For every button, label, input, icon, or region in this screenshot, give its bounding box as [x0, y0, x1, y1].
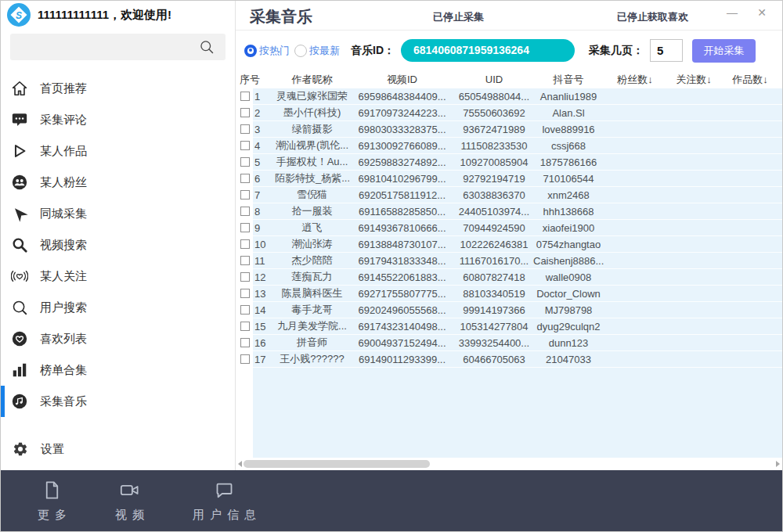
table-row[interactable]: 2 墨小仟(科技) 69170973244223... 75550603692 … — [236, 105, 782, 121]
table-row[interactable]: 3 绿箭摄影 69803033328375... 93672471989 lov… — [236, 121, 782, 138]
sidebar-item-settings[interactable]: 设置 — [1, 434, 235, 464]
sidebar-item[interactable]: 同城采集 — [1, 198, 235, 229]
close-button[interactable]: ✕ — [752, 3, 771, 22]
sidebar-item[interactable]: 视频搜索 — [1, 229, 235, 261]
column-header-douyin-id: 抖音号 — [533, 73, 604, 87]
row-checkbox[interactable] — [240, 141, 250, 150]
sidebar-item[interactable]: 采集评论 — [1, 104, 235, 135]
cell-video-id: 69170973244223... — [349, 107, 455, 119]
welcome-text: 111111111111，欢迎使用! — [38, 8, 171, 23]
content-row: S 111111111111，欢迎使用! 首页推荐 — [1, 1, 782, 470]
table-row[interactable]: 16 拼音师 69004937152494... 33993254400... … — [236, 335, 782, 351]
sidebar-item[interactable]: 榜单合集 — [1, 354, 235, 386]
cell-douyin-id: dyug29culqn2 — [533, 321, 604, 332]
start-collect-button[interactable]: 开始采集 — [692, 39, 756, 63]
bottom-bar-item[interactable]: 用户信息 — [187, 480, 262, 523]
sidebar-search-input[interactable] — [16, 34, 197, 60]
cell-index: 1 — [254, 91, 275, 102]
cell-uid: 92792194719 — [455, 173, 533, 185]
table-row[interactable]: 7 雪倪猫 69205175811912... 63038836370 xnm2… — [236, 187, 782, 203]
page-title: 采集音乐 — [250, 6, 312, 27]
main-panel: 采集音乐 已停止采集 已停止获取喜欢 — ✕ 按热门 按最新 音乐ID： 681… — [236, 1, 782, 470]
sidebar-item-label: 首页推荐 — [40, 81, 87, 96]
search-icon[interactable] — [199, 39, 215, 55]
music-id-input[interactable]: 6814060871959136264 — [401, 39, 575, 62]
row-checkbox[interactable] — [240, 124, 250, 134]
table-row[interactable]: 9 逍飞 69149367810666... 70944924590 xiaof… — [236, 220, 782, 236]
column-header-fans-sort[interactable]: 粉丝数↓ — [604, 73, 666, 87]
collect-status-text: 已停止采集 — [433, 10, 503, 24]
cell-uid: 105314277804 — [455, 321, 533, 332]
bottom-bar-item-label: 视频 — [110, 508, 150, 523]
row-checkbox[interactable] — [240, 190, 250, 200]
row-checkbox[interactable] — [240, 272, 250, 282]
row-checkbox[interactable] — [240, 108, 250, 117]
table-row[interactable]: 4 潮汕视界(凯伦... 69130092766089... 111508233… — [236, 138, 782, 154]
table-row[interactable]: 11 杰少陪陪 69179431833348... 11167016170...… — [236, 253, 782, 269]
cell-author: 潮汕张涛 — [275, 237, 349, 251]
table-row[interactable]: 12 莲痴瓦力 69145522061883... 60807827418 wa… — [236, 269, 782, 286]
sidebar-item[interactable]: 某人作品 — [1, 135, 235, 167]
sidebar-item[interactable]: 喜欢列表 — [1, 323, 235, 354]
table-row[interactable]: 5 手握权杖！Au... 69259883274892... 109270085… — [236, 154, 782, 171]
row-checkbox[interactable] — [240, 207, 250, 216]
column-header-follows-sort[interactable]: 关注数↓ — [666, 73, 721, 87]
cell-video-id: 69149367810666... — [349, 222, 455, 234]
column-header-author: 作者昵称 — [275, 73, 349, 87]
row-checkbox[interactable] — [240, 223, 250, 232]
cell-douyin-id: walle0908 — [533, 271, 604, 283]
table-row[interactable]: 1 灵魂已嫁张国荣 69598648384409... 65054988044.… — [236, 88, 782, 105]
scroll-right-arrow-icon[interactable] — [776, 461, 780, 467]
cell-video-id: 69174323140498... — [349, 321, 455, 332]
row-checkbox[interactable] — [240, 239, 250, 249]
row-checkbox[interactable] — [240, 354, 250, 364]
sidebar-item[interactable]: 用户搜索 — [1, 292, 235, 323]
bottom-bar-item[interactable]: 视频 — [110, 480, 150, 523]
scroll-left-arrow-icon[interactable] — [238, 461, 242, 467]
app-window: S 111111111111，欢迎使用! 首页推荐 — [0, 0, 783, 532]
row-checkbox[interactable] — [240, 157, 250, 167]
cell-author: 逍飞 — [275, 221, 349, 235]
sidebar-item[interactable]: 某人关注 — [1, 261, 235, 292]
cell-douyin-id: Ananliu1989 — [533, 91, 604, 102]
row-checkbox[interactable] — [240, 338, 250, 347]
table-row[interactable]: 6 陌影特技_杨紫... 69810410296799... 927921947… — [236, 171, 782, 187]
row-checkbox[interactable] — [240, 174, 250, 183]
row-checkbox[interactable] — [240, 92, 250, 101]
svg-text:S: S — [16, 10, 22, 21]
radio-by-hot[interactable] — [244, 45, 257, 57]
settings-label: 设置 — [41, 442, 64, 457]
sidebar-item[interactable]: 采集音乐 — [1, 386, 235, 417]
table-row[interactable]: 14 毒手龙哥 69202496055568... 99914197366 MJ… — [236, 302, 782, 318]
home-icon — [11, 80, 28, 97]
sidebar-item[interactable]: 某人粉丝 — [1, 167, 235, 198]
sidebar-item[interactable]: 首页推荐 — [1, 73, 235, 104]
bottom-bar-item-label: 更多 — [32, 508, 72, 523]
music-id-label: 音乐ID： — [351, 44, 395, 58]
sidebar-item-label: 喜欢列表 — [40, 332, 87, 347]
table-row[interactable]: 17 王小贱?????? 69149011293399... 604667050… — [236, 351, 782, 368]
cell-douyin-id: dunn123 — [533, 337, 604, 349]
table-row[interactable]: 8 拾一服装 69116588285850... 24405103974... … — [236, 203, 782, 220]
minimize-button[interactable]: — — [723, 3, 742, 22]
bottom-bar-item[interactable]: 更多 — [32, 480, 72, 523]
column-header-index: 序号 — [236, 73, 275, 87]
heart-icon — [11, 330, 28, 347]
column-header-works-sort[interactable]: 作品数↓ — [721, 73, 779, 87]
radio-by-newest-label[interactable]: 按最新 — [309, 44, 340, 58]
row-checkbox[interactable] — [240, 256, 250, 265]
pages-label: 采集几页： — [589, 44, 644, 58]
cell-douyin-id: 1875786166 — [533, 156, 604, 168]
scrollbar-thumb[interactable] — [244, 460, 430, 468]
row-checkbox[interactable] — [240, 289, 250, 298]
row-checkbox[interactable] — [240, 322, 250, 331]
row-checkbox[interactable] — [240, 305, 250, 315]
horizontal-scrollbar — [236, 458, 782, 470]
radio-by-hot-label[interactable]: 按热门 — [259, 44, 290, 58]
table-row[interactable]: 13 陈晨脑科医生 69271755807775... 88103340519 … — [236, 286, 782, 302]
cell-uid: 111508233530 — [455, 140, 533, 152]
table-row[interactable]: 15 九月美发学院... 69174323140498... 105314277… — [236, 318, 782, 335]
pages-input[interactable] — [650, 39, 683, 62]
radio-by-newest[interactable] — [294, 45, 307, 57]
table-row[interactable]: 10 潮汕张涛 69138848730107... 102226246381 0… — [236, 236, 782, 253]
